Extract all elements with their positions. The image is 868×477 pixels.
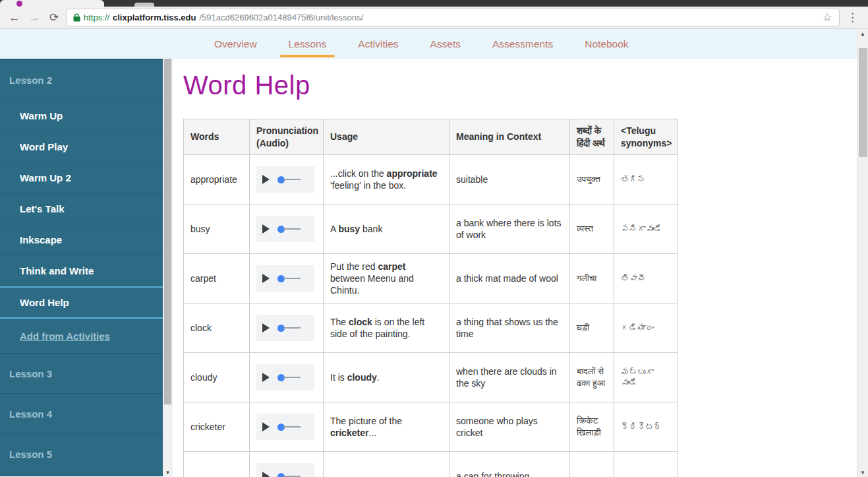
audio-slider[interactable] — [277, 325, 301, 332]
site-nav: Overview Lessons Activities Assets Asses… — [0, 29, 868, 59]
hindi-cell: घड़ी — [570, 303, 614, 353]
play-icon[interactable] — [262, 323, 270, 333]
pronunciation-cell — [250, 155, 324, 205]
url-domain: clixplatform.tiss.edu — [113, 13, 196, 22]
favicon-icon — [16, 1, 22, 7]
pronunciation-cell — [250, 452, 324, 477]
sidebar-item-word-play[interactable]: Word Play — [0, 131, 163, 162]
table-row: cricketer The picture of the cricketer..… — [184, 402, 678, 452]
sidebar-item-lets-talk[interactable]: Let's Talk — [0, 193, 163, 224]
word-cell: clock — [184, 303, 250, 353]
telugu-cell: పనిగావుండే — [614, 205, 678, 254]
pronunciation-cell — [250, 402, 324, 452]
scroll-up-icon[interactable]: ▲ — [857, 31, 868, 37]
usage-cell: The clock is on the left side of the pai… — [324, 303, 449, 353]
hindi-cell: बादलों से ढका हुआ — [570, 353, 614, 402]
hindi-cell: गलीचा — [570, 254, 614, 303]
forward-icon: → — [26, 12, 42, 23]
sidebar-item-word-help[interactable]: Word Help — [0, 286, 163, 319]
col-header-meaning: Meaning in Context — [449, 119, 570, 155]
meaning-cell: a cap for throwing — [449, 452, 570, 477]
lesson-sidebar: Lesson 2 Warm Up Word Play Warm Up 2 Let… — [0, 59, 163, 476]
audio-slider[interactable] — [277, 226, 301, 233]
tab-assets[interactable]: Assets — [430, 29, 461, 59]
telugu-cell — [614, 452, 678, 477]
table-row: a cap for throwing — [184, 452, 678, 477]
usage-cell — [324, 452, 449, 477]
reload-icon[interactable]: ⟳ — [46, 12, 62, 23]
telugu-cell: గడియారం — [614, 303, 678, 353]
audio-slider[interactable] — [277, 424, 301, 431]
telugu-cell: క్రికెటర్ — [614, 402, 678, 452]
browser-secondary-tab[interactable] — [134, 3, 154, 7]
scroll-down-icon[interactable]: ▾ — [163, 469, 173, 476]
meaning-cell: a bank where there is lots of work — [449, 205, 570, 254]
sidebar-item-think-and-write[interactable]: Think and Write — [0, 255, 163, 286]
meaning-cell: a thing that shows us the time — [449, 303, 570, 353]
telugu-cell: తగిన — [614, 155, 678, 205]
url-bar[interactable]: https://clixplatform.tiss.edu/591acd6269… — [66, 9, 840, 26]
page-scrollbar[interactable]: ▲ ▼ — [857, 30, 868, 477]
play-icon[interactable] — [262, 373, 270, 382]
page-scrollbar-thumb[interactable] — [859, 48, 867, 157]
audio-slider[interactable] — [277, 176, 301, 183]
sidebar-item-warm-up[interactable]: Warm Up — [0, 100, 163, 131]
sidebar-item-inkscape[interactable]: Inkscape — [0, 224, 163, 255]
audio-player[interactable] — [256, 265, 314, 292]
tab-assessments[interactable]: Assessments — [492, 29, 553, 59]
table-row: busy A busy bank a bank where there is l… — [184, 205, 678, 254]
tab-overview[interactable]: Overview — [214, 29, 257, 59]
meaning-cell: suitable — [449, 155, 570, 205]
browser-tab-strip — [0, 0, 868, 7]
play-icon[interactable] — [262, 422, 270, 431]
sidebar-item-lesson-3[interactable]: Lesson 3 — [0, 354, 163, 394]
audio-player[interactable] — [256, 414, 314, 440]
page-title: Word Help — [183, 71, 868, 100]
browser-window: ← → ⟳ https://clixplatform.tiss.edu/591a… — [0, 0, 868, 477]
scroll-down-icon[interactable]: ▼ — [857, 470, 868, 476]
word-help-table: Words Pronunciation (Audio) Usage Meanin… — [183, 119, 678, 477]
browser-active-tab[interactable] — [0, 0, 104, 7]
bookmark-star-icon[interactable]: ☆ — [823, 11, 832, 24]
table-row: appropriate ...click on the appropriate … — [184, 155, 678, 205]
sidebar-scrollbar[interactable]: ▾ — [163, 59, 173, 476]
tab-lessons[interactable]: Lessons — [289, 29, 327, 59]
back-icon[interactable]: ← — [7, 12, 22, 23]
audio-player[interactable] — [256, 364, 314, 391]
play-icon[interactable] — [262, 224, 270, 234]
meaning-cell: a thick mat made of wool — [449, 254, 570, 303]
col-header-telugu: <Telugu synonyms> — [614, 119, 678, 155]
audio-player[interactable] — [256, 216, 314, 242]
sidebar-link-add-from-activities[interactable]: Add from Activities — [0, 319, 163, 354]
audio-player[interactable] — [256, 315, 314, 341]
audio-slider[interactable] — [277, 473, 301, 477]
audio-player[interactable] — [256, 463, 314, 477]
col-header-hindi: शब्दों के हिंदी अर्थ — [570, 119, 614, 155]
tab-activities[interactable]: Activities — [358, 29, 398, 59]
hindi-cell — [570, 452, 614, 477]
pronunciation-cell — [250, 353, 324, 402]
url-path: /591acd6269602a01489475f6/unit/lessons/ — [199, 13, 363, 22]
usage-cell: It is cloudy. — [324, 353, 449, 402]
pronunciation-cell — [250, 205, 324, 254]
meaning-cell: when there are clouds in the sky — [449, 353, 570, 402]
play-icon[interactable] — [262, 175, 270, 184]
tab-notebook[interactable]: Notebook — [585, 29, 628, 59]
lock-icon — [73, 13, 80, 22]
audio-slider[interactable] — [277, 275, 301, 282]
audio-player[interactable] — [256, 166, 314, 193]
sidebar-item-lesson-2[interactable]: Lesson 2 — [0, 60, 163, 100]
play-icon[interactable] — [262, 472, 270, 477]
sidebar-item-warm-up-2[interactable]: Warm Up 2 — [0, 162, 163, 193]
telugu-cell: మబ్బుగా వుండే — [614, 353, 678, 402]
sidebar-scrollbar-thumb[interactable] — [164, 59, 171, 404]
pronunciation-cell — [250, 303, 324, 353]
play-icon[interactable] — [262, 274, 270, 283]
audio-slider[interactable] — [277, 374, 301, 381]
browser-menu-icon[interactable]: ⋮ — [844, 11, 861, 24]
hindi-cell: उपयुक्त — [570, 155, 614, 205]
sidebar-item-lesson-4[interactable]: Lesson 4 — [0, 394, 163, 434]
word-cell: busy — [184, 205, 250, 254]
col-header-pronunciation: Pronunciation (Audio) — [250, 119, 324, 155]
sidebar-item-lesson-5[interactable]: Lesson 5 — [0, 434, 163, 474]
